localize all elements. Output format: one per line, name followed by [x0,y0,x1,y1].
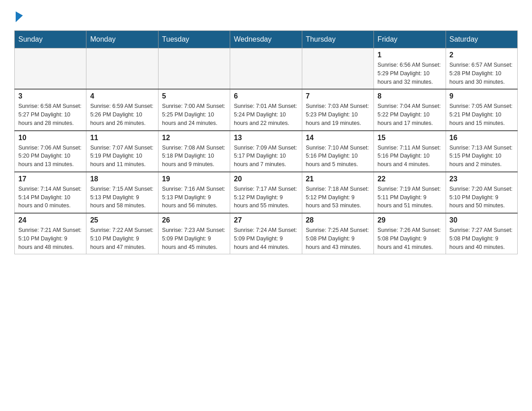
calendar-cell: 30Sunrise: 7:27 AM Sunset: 5:08 PM Dayli… [446,213,517,254]
calendar-cell: 8Sunrise: 7:04 AM Sunset: 5:22 PM Daylig… [374,89,446,130]
day-info: Sunrise: 7:24 AM Sunset: 5:09 PM Dayligh… [234,226,298,251]
week-row-3: 10Sunrise: 7:06 AM Sunset: 5:20 PM Dayli… [15,131,518,172]
calendar-cell [230,48,302,90]
day-number: 18 [90,175,154,183]
day-info: Sunrise: 7:00 AM Sunset: 5:25 PM Dayligh… [162,102,226,127]
day-info: Sunrise: 7:14 AM Sunset: 5:14 PM Dayligh… [18,185,82,210]
calendar-cell: 7Sunrise: 7:03 AM Sunset: 5:23 PM Daylig… [302,89,373,130]
weekday-header-monday: Monday [86,31,158,48]
day-info: Sunrise: 6:58 AM Sunset: 5:27 PM Dayligh… [18,102,82,127]
calendar-cell: 19Sunrise: 7:16 AM Sunset: 5:13 PM Dayli… [158,172,230,213]
day-number: 25 [90,216,154,224]
page-header [14,11,518,20]
day-info: Sunrise: 6:57 AM Sunset: 5:28 PM Dayligh… [450,61,514,86]
day-info: Sunrise: 7:10 AM Sunset: 5:16 PM Dayligh… [306,144,370,169]
day-number: 14 [306,134,370,142]
day-info: Sunrise: 6:56 AM Sunset: 5:29 PM Dayligh… [378,61,442,86]
weekday-header-sunday: Sunday [15,31,86,48]
day-number: 10 [18,134,82,142]
day-number: 9 [450,92,514,100]
day-info: Sunrise: 7:11 AM Sunset: 5:16 PM Dayligh… [378,144,442,169]
calendar-cell: 13Sunrise: 7:09 AM Sunset: 5:17 PM Dayli… [230,131,302,172]
day-info: Sunrise: 7:19 AM Sunset: 5:11 PM Dayligh… [378,185,442,210]
day-info: Sunrise: 7:04 AM Sunset: 5:22 PM Dayligh… [378,102,442,127]
day-number: 27 [234,216,298,224]
day-number: 8 [378,92,442,100]
calendar-cell: 3Sunrise: 6:58 AM Sunset: 5:27 PM Daylig… [15,89,86,130]
day-number: 1 [378,51,442,59]
day-number: 29 [378,216,442,224]
calendar-cell: 6Sunrise: 7:01 AM Sunset: 5:24 PM Daylig… [230,89,302,130]
day-info: Sunrise: 7:22 AM Sunset: 5:10 PM Dayligh… [90,226,154,251]
day-number: 2 [450,51,514,59]
calendar-cell: 24Sunrise: 7:21 AM Sunset: 5:10 PM Dayli… [15,213,86,254]
day-info: Sunrise: 7:08 AM Sunset: 5:18 PM Dayligh… [162,144,226,169]
weekday-header-thursday: Thursday [302,31,373,48]
day-info: Sunrise: 7:23 AM Sunset: 5:09 PM Dayligh… [162,226,226,251]
calendar-cell: 14Sunrise: 7:10 AM Sunset: 5:16 PM Dayli… [302,131,373,172]
calendar-table: SundayMondayTuesdayWednesdayThursdayFrid… [14,30,518,254]
week-row-1: 1Sunrise: 6:56 AM Sunset: 5:29 PM Daylig… [15,48,518,90]
weekday-header-saturday: Saturday [446,31,517,48]
calendar-cell: 15Sunrise: 7:11 AM Sunset: 5:16 PM Dayli… [374,131,446,172]
calendar-cell: 25Sunrise: 7:22 AM Sunset: 5:10 PM Dayli… [86,213,158,254]
weekday-header-row: SundayMondayTuesdayWednesdayThursdayFrid… [15,31,518,48]
calendar-cell: 5Sunrise: 7:00 AM Sunset: 5:25 PM Daylig… [158,89,230,130]
logo-arrow-icon [16,10,23,22]
day-number: 24 [18,216,82,224]
day-number: 5 [162,92,226,100]
day-info: Sunrise: 7:18 AM Sunset: 5:12 PM Dayligh… [306,185,370,210]
day-info: Sunrise: 7:26 AM Sunset: 5:08 PM Dayligh… [378,226,442,251]
calendar-cell: 9Sunrise: 7:05 AM Sunset: 5:21 PM Daylig… [446,89,517,130]
calendar-cell: 16Sunrise: 7:13 AM Sunset: 5:15 PM Dayli… [446,131,517,172]
day-number: 3 [18,92,82,100]
day-info: Sunrise: 7:03 AM Sunset: 5:23 PM Dayligh… [306,102,370,127]
day-info: Sunrise: 7:15 AM Sunset: 5:13 PM Dayligh… [90,185,154,210]
calendar-cell [302,48,373,90]
day-number: 13 [234,134,298,142]
day-info: Sunrise: 7:05 AM Sunset: 5:21 PM Dayligh… [450,102,514,127]
day-info: Sunrise: 7:06 AM Sunset: 5:20 PM Dayligh… [18,144,82,169]
week-row-5: 24Sunrise: 7:21 AM Sunset: 5:10 PM Dayli… [15,213,518,254]
day-number: 22 [378,175,442,183]
calendar-cell: 22Sunrise: 7:19 AM Sunset: 5:11 PM Dayli… [374,172,446,213]
calendar-cell: 4Sunrise: 6:59 AM Sunset: 5:26 PM Daylig… [86,89,158,130]
day-info: Sunrise: 7:27 AM Sunset: 5:08 PM Dayligh… [450,226,514,251]
week-row-2: 3Sunrise: 6:58 AM Sunset: 5:27 PM Daylig… [15,89,518,130]
day-info: Sunrise: 7:21 AM Sunset: 5:10 PM Dayligh… [18,226,82,251]
day-number: 11 [90,134,154,142]
calendar-cell: 18Sunrise: 7:15 AM Sunset: 5:13 PM Dayli… [86,172,158,213]
day-info: Sunrise: 7:01 AM Sunset: 5:24 PM Dayligh… [234,102,298,127]
calendar-cell: 23Sunrise: 7:20 AM Sunset: 5:10 PM Dayli… [446,172,517,213]
day-info: Sunrise: 7:20 AM Sunset: 5:10 PM Dayligh… [450,185,514,210]
day-info: Sunrise: 6:59 AM Sunset: 5:26 PM Dayligh… [90,102,154,127]
day-info: Sunrise: 7:09 AM Sunset: 5:17 PM Dayligh… [234,144,298,169]
calendar-cell: 26Sunrise: 7:23 AM Sunset: 5:09 PM Dayli… [158,213,230,254]
day-number: 4 [90,92,154,100]
day-number: 12 [162,134,226,142]
weekday-header-tuesday: Tuesday [158,31,230,48]
day-info: Sunrise: 7:16 AM Sunset: 5:13 PM Dayligh… [162,185,226,210]
day-number: 30 [450,216,514,224]
week-row-4: 17Sunrise: 7:14 AM Sunset: 5:14 PM Dayli… [15,172,518,213]
calendar-cell: 12Sunrise: 7:08 AM Sunset: 5:18 PM Dayli… [158,131,230,172]
calendar-cell [86,48,158,90]
day-number: 23 [450,175,514,183]
logo-line1 [14,11,23,21]
day-info: Sunrise: 7:17 AM Sunset: 5:12 PM Dayligh… [234,185,298,210]
day-number: 28 [306,216,370,224]
calendar-cell: 11Sunrise: 7:07 AM Sunset: 5:19 PM Dayli… [86,131,158,172]
weekday-header-friday: Friday [374,31,446,48]
weekday-header-wednesday: Wednesday [230,31,302,48]
day-info: Sunrise: 7:13 AM Sunset: 5:15 PM Dayligh… [450,144,514,169]
day-number: 20 [234,175,298,183]
calendar-cell: 20Sunrise: 7:17 AM Sunset: 5:12 PM Dayli… [230,172,302,213]
day-number: 21 [306,175,370,183]
day-info: Sunrise: 7:25 AM Sunset: 5:08 PM Dayligh… [306,226,370,251]
calendar-cell: 10Sunrise: 7:06 AM Sunset: 5:20 PM Dayli… [15,131,86,172]
day-number: 15 [378,134,442,142]
day-number: 6 [234,92,298,100]
day-number: 7 [306,92,370,100]
calendar-cell: 1Sunrise: 6:56 AM Sunset: 5:29 PM Daylig… [374,48,446,90]
calendar-cell: 2Sunrise: 6:57 AM Sunset: 5:28 PM Daylig… [446,48,517,90]
